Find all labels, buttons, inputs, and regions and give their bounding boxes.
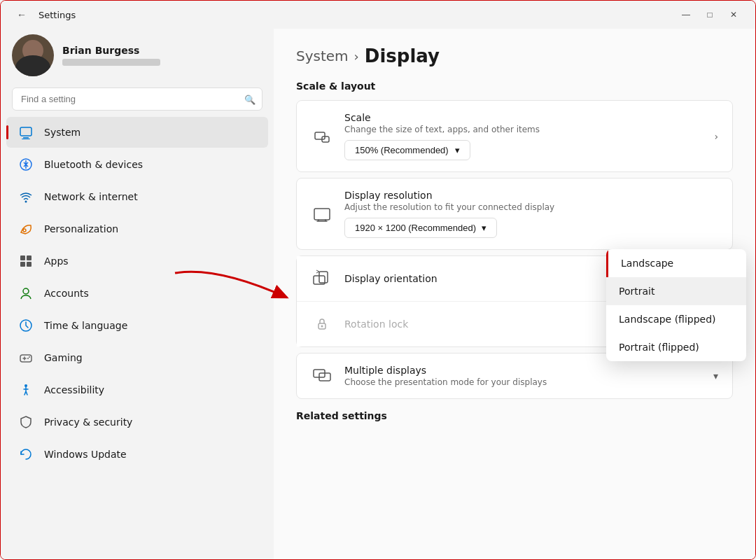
sidebar-item-privacy[interactable]: Privacy & security xyxy=(6,407,268,438)
sidebar-label-accessibility: Accessibility xyxy=(44,384,104,396)
scale-title: Scale xyxy=(344,112,703,123)
network-icon xyxy=(18,188,34,205)
breadcrumb: System › Display xyxy=(296,46,733,66)
sidebar-label-system: System xyxy=(44,127,80,138)
svg-rect-1 xyxy=(23,137,29,139)
scale-action: › xyxy=(714,131,718,142)
svg-point-4 xyxy=(25,201,27,203)
breadcrumb-system: System xyxy=(296,48,349,64)
sidebar-item-apps[interactable]: Apps xyxy=(6,246,268,276)
minimize-button[interactable]: — xyxy=(676,6,696,23)
back-button[interactable]: ← xyxy=(12,5,31,24)
svg-point-14 xyxy=(29,356,30,358)
sidebar-item-gaming[interactable]: Gaming xyxy=(6,342,268,373)
apps-icon xyxy=(18,253,34,270)
svg-point-10 xyxy=(23,288,29,294)
svg-rect-6 xyxy=(20,255,25,260)
search-icon: 🔍 xyxy=(244,94,255,104)
personalization-icon xyxy=(18,220,34,237)
svg-rect-2 xyxy=(22,139,30,139)
user-name: Brian Burgess xyxy=(62,45,160,56)
search-box: 🔍 xyxy=(12,88,262,111)
resolution-title: Display resolution xyxy=(344,190,718,201)
sidebar-label-gaming: Gaming xyxy=(44,352,83,363)
svg-rect-8 xyxy=(20,262,25,267)
maximize-button[interactable]: □ xyxy=(699,6,720,23)
titlebar-left: ← Settings xyxy=(12,5,76,24)
rotation-lock-label: Rotation lock xyxy=(344,318,408,330)
multiple-displays-title: Multiple displays xyxy=(344,365,702,376)
sidebar-label-bluetooth: Bluetooth & devices xyxy=(44,159,143,170)
svg-point-13 xyxy=(27,358,29,359)
time-icon xyxy=(18,317,34,334)
main-content: Brian Burgess 🔍 System xyxy=(1,29,755,559)
orientation-popup: Landscape Portrait Landscape (flipped) P… xyxy=(606,249,746,361)
privacy-icon xyxy=(18,414,34,430)
sidebar-item-time[interactable]: Time & language xyxy=(6,310,268,341)
sidebar-item-bluetooth[interactable]: Bluetooth & devices xyxy=(6,149,268,180)
sidebar-label-personalization: Personalization xyxy=(44,223,118,234)
svg-rect-7 xyxy=(27,255,31,260)
scale-content: Scale Change the size of text, apps, and… xyxy=(344,112,703,160)
titlebar-controls: — □ ✕ xyxy=(676,6,744,23)
content-area: System › Display Scale & layout Scale xyxy=(274,29,755,559)
titlebar-title: Settings xyxy=(38,10,76,20)
close-button[interactable]: ✕ xyxy=(723,6,744,23)
accounts-icon xyxy=(18,285,34,302)
gaming-icon xyxy=(18,349,34,366)
multiple-displays-icon xyxy=(311,365,333,387)
resolution-card: Display resolution Adjust the resolution… xyxy=(296,178,733,250)
multiple-displays-action: ▾ xyxy=(713,370,718,382)
multiple-displays-chevron: ▾ xyxy=(713,370,718,382)
sidebar-item-accessibility[interactable]: Accessibility xyxy=(6,374,268,405)
sidebar-item-personalization[interactable]: Personalization xyxy=(6,214,268,244)
accessibility-icon xyxy=(18,382,34,398)
scale-card: Scale Change the size of text, apps, and… xyxy=(296,100,733,172)
user-account-bar xyxy=(62,59,160,66)
resolution-content: Display resolution Adjust the resolution… xyxy=(344,190,718,238)
sidebar-label-privacy: Privacy & security xyxy=(44,416,132,428)
sidebar-item-accounts[interactable]: Accounts xyxy=(6,278,268,309)
resolution-row: Display resolution Adjust the resolution… xyxy=(297,178,732,249)
orientation-option-landscape[interactable]: Landscape xyxy=(606,249,746,277)
system-icon xyxy=(18,124,34,141)
sidebar-item-update[interactable]: Windows Update xyxy=(6,439,268,470)
related-settings-title: Related settings xyxy=(296,410,733,421)
user-info: Brian Burgess xyxy=(62,45,160,66)
sidebar-label-network: Network & internet xyxy=(44,191,138,202)
orientation-option-portrait-flipped[interactable]: Portrait (flipped) xyxy=(606,333,746,361)
resolution-icon xyxy=(311,203,333,225)
resolution-description: Adjust the resolution to fit your connec… xyxy=(344,202,718,212)
resolution-dropdown[interactable]: 1920 × 1200 (Recommended) ▾ xyxy=(344,218,497,238)
scale-description: Change the size of text, apps, and other… xyxy=(344,125,703,134)
settings-window: ← Settings — □ ✕ Brian Burgess 🔍 xyxy=(0,0,756,560)
sidebar-label-update: Windows Update xyxy=(44,449,127,460)
search-input[interactable] xyxy=(12,88,262,111)
svg-rect-16 xyxy=(315,132,325,139)
scale-chevron: › xyxy=(714,131,718,142)
titlebar: ← Settings — □ ✕ xyxy=(1,1,755,29)
user-section: Brian Burgess xyxy=(1,29,274,88)
bluetooth-icon xyxy=(18,156,34,173)
sidebar-item-network[interactable]: Network & internet xyxy=(6,181,268,212)
breadcrumb-page: Display xyxy=(365,46,440,66)
rotation-lock-icon xyxy=(311,313,333,335)
multiple-displays-content: Multiple displays Choose the presentatio… xyxy=(344,365,702,387)
multiple-displays-desc: Choose the presentation mode for your di… xyxy=(344,377,702,387)
avatar xyxy=(12,34,54,76)
sidebar-item-system[interactable]: System xyxy=(6,117,268,148)
orientation-option-landscape-flipped[interactable]: Landscape (flipped) xyxy=(606,305,746,333)
scale-dropdown[interactable]: 150% (Recommended) ▾ xyxy=(344,140,470,160)
scale-row: Scale Change the size of text, apps, and… xyxy=(297,101,732,172)
orientation-option-portrait[interactable]: Portrait xyxy=(606,277,746,305)
svg-rect-9 xyxy=(27,262,31,267)
svg-point-5 xyxy=(23,229,26,232)
update-icon xyxy=(18,446,34,463)
svg-rect-20 xyxy=(319,272,328,283)
sidebar: Brian Burgess 🔍 System xyxy=(1,29,274,559)
breadcrumb-separator: › xyxy=(354,49,359,64)
svg-rect-18 xyxy=(314,209,330,220)
sidebar-label-apps: Apps xyxy=(44,255,69,267)
orientation-card: Display orientation Landscape Portrait L… xyxy=(296,255,733,347)
svg-point-22 xyxy=(321,326,323,328)
